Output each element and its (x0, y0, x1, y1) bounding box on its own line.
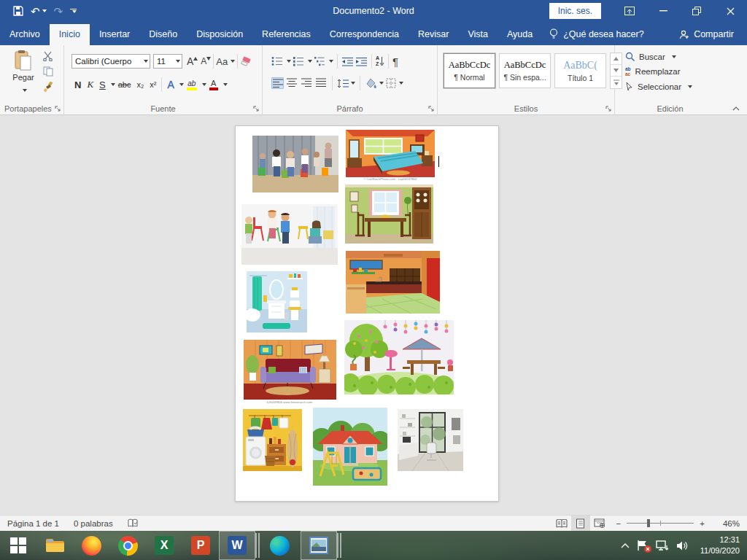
word-count[interactable]: 0 palabras (66, 519, 120, 528)
align-center-button[interactable] (286, 77, 298, 89)
image-bathroom-clipart[interactable] (247, 271, 307, 332)
zoom-level[interactable]: 46% (712, 519, 747, 528)
page-indicator[interactable]: Página 1 de 1 (0, 519, 66, 528)
word-button[interactable]: W (219, 531, 255, 560)
borders-button[interactable] (386, 78, 403, 88)
grow-font-button[interactable]: A (187, 55, 198, 67)
tab-inicio[interactable]: Inicio (50, 24, 90, 45)
font-size-combo[interactable]: 11 (153, 54, 182, 69)
tab-correspondencia[interactable]: Correspondencia (320, 24, 409, 45)
image-garden-clipart[interactable] (344, 320, 454, 394)
tab-archivo[interactable]: Archivo (0, 24, 50, 45)
web-layout-button[interactable] (590, 516, 609, 531)
font-dialog-launcher[interactable] (253, 106, 260, 112)
zoom-out-button[interactable]: − (609, 519, 622, 528)
image-dining-room-clipart[interactable] (345, 184, 433, 244)
tab-revisar[interactable]: Revisar (409, 24, 458, 45)
superscript-button[interactable]: x² (147, 80, 159, 89)
select-button[interactable]: Seleccionar (625, 82, 692, 91)
clear-formatting-button[interactable] (240, 56, 252, 66)
action-center-icon[interactable] (637, 540, 649, 551)
document-page[interactable]: © CanStockPhoto.com - csp56537802 (235, 125, 499, 502)
zoom-in-button[interactable]: + (700, 519, 712, 528)
file-explorer-button[interactable] (36, 531, 73, 560)
start-button[interactable] (0, 531, 36, 560)
align-right-button[interactable] (301, 77, 313, 89)
align-left-button[interactable] (271, 77, 284, 89)
dropdown-arrow (399, 82, 403, 85)
tell-me-box[interactable]: ¿Qué desea hacer? (542, 23, 651, 45)
proofing-status-icon[interactable] (120, 518, 146, 528)
clock[interactable]: 12:31 11/09/2020 (696, 534, 740, 556)
font-color-button[interactable]: A (206, 79, 221, 90)
photos-app-button[interactable] (301, 531, 337, 560)
shading-button[interactable] (365, 78, 384, 88)
find-button[interactable]: Buscar (625, 52, 692, 61)
document-area[interactable]: © CanStockPhoto.com - csp56537802 (0, 116, 747, 515)
paste-button[interactable]: Pegar (7, 50, 39, 95)
increase-indent-button[interactable] (355, 57, 368, 66)
group-clipboard: Pegar Portapapeles (0, 45, 64, 115)
edge-button[interactable] (261, 531, 298, 560)
image-living-room-clipart[interactable] (244, 340, 336, 400)
italic-button[interactable]: K (84, 79, 96, 90)
tab-referencias[interactable]: Referencias (252, 24, 320, 45)
chrome-button[interactable] (109, 531, 146, 560)
change-case-button[interactable]: Aa (216, 56, 235, 67)
network-icon[interactable] (656, 540, 669, 551)
justify-button[interactable] (315, 77, 328, 89)
sort-button[interactable]: AZ (376, 55, 384, 66)
line-spacing-button[interactable] (337, 79, 355, 88)
share-button[interactable]: Compartir (666, 24, 747, 45)
tab-vista[interactable]: Vista (458, 24, 498, 45)
image-bedroom-clipart[interactable] (346, 130, 435, 177)
image-home-office-photo[interactable] (398, 409, 463, 471)
tab-ayuda[interactable]: Ayuda (498, 24, 542, 45)
firefox-button[interactable] (73, 531, 109, 560)
powerpoint-button[interactable]: P (182, 531, 219, 560)
close-button[interactable] (713, 0, 747, 22)
underline-button[interactable]: S (96, 79, 109, 90)
font-name-combo[interactable]: Calibri (Cuerpo (71, 54, 150, 69)
paragraph-dialog-launcher[interactable] (428, 106, 435, 112)
tab-disposicion[interactable]: Disposición (187, 24, 252, 45)
clipboard-dialog-launcher[interactable] (55, 106, 61, 112)
tab-insertar[interactable]: Insertar (90, 24, 139, 45)
volume-icon[interactable] (676, 540, 689, 551)
show-hidden-icons-button[interactable] (621, 542, 630, 548)
multilevel-list-button[interactable] (314, 56, 325, 66)
bold-button[interactable]: N (71, 79, 84, 90)
style-sin-espaciado[interactable]: AaBbCcDc ¶ Sin espa... (499, 53, 551, 88)
style-normal[interactable]: AaBbCcDc ¶ Normal (444, 53, 495, 88)
zoom-slider-thumb[interactable] (647, 519, 650, 527)
highlight-button[interactable]: ab (184, 79, 200, 90)
image-house-exterior-clipart[interactable] (313, 408, 387, 486)
copy-button[interactable] (42, 66, 53, 77)
image-children-musical-chairs-photo[interactable] (252, 136, 338, 192)
tab-diseno[interactable]: Diseño (139, 24, 187, 45)
zoom-slider[interactable] (627, 523, 694, 524)
style-titulo-1[interactable]: AaBbC( Título 1 (554, 53, 606, 88)
sign-in-button[interactable]: Inic. ses. (549, 3, 601, 19)
replace-button[interactable]: ab ac Reemplazar (625, 66, 692, 77)
text-effects-button[interactable]: A (164, 79, 177, 90)
bullets-button[interactable] (271, 56, 283, 66)
shrink-font-button[interactable]: A (201, 56, 211, 66)
numbering-button[interactable] (293, 56, 304, 66)
minimize-button[interactable] (646, 0, 680, 22)
restore-button[interactable] (680, 0, 713, 22)
format-painter-button[interactable] (42, 82, 53, 92)
ribbon-display-options-button[interactable] (613, 0, 646, 22)
cut-button[interactable] (42, 51, 53, 61)
subscript-button[interactable]: x₂ (133, 80, 147, 89)
print-layout-button[interactable] (571, 516, 590, 531)
image-kitchen-clipart[interactable] (346, 251, 440, 314)
image-laundry-room-clipart[interactable] (243, 409, 302, 471)
image-children-chairs-photo[interactable] (241, 204, 338, 265)
excel-button[interactable]: X (146, 531, 182, 560)
strikethrough-button[interactable]: abc (115, 80, 134, 89)
collapse-ribbon-button[interactable] (732, 106, 740, 111)
read-mode-button[interactable] (552, 516, 571, 531)
decrease-indent-button[interactable] (341, 57, 354, 66)
show-marks-button[interactable]: ¶ (392, 55, 398, 68)
